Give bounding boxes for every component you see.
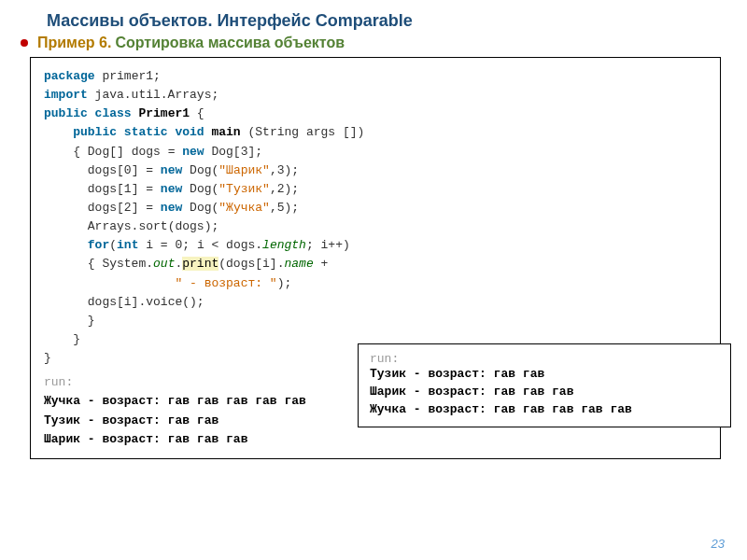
- run-label-inner: run:: [370, 352, 719, 366]
- page-number: 23: [712, 537, 725, 551]
- outer-out-3: Шарик - возраст: гав гав гав: [44, 430, 709, 449]
- code-block: package primer1; import java.util.Arrays…: [30, 57, 721, 459]
- bullet-icon: [21, 39, 28, 47]
- output-overlay: run: Тузик - возраст: гав гав Шарик - во…: [358, 343, 731, 427]
- inner-out-1: Тузик - возраст: гав гав: [370, 366, 719, 384]
- inner-out-2: Шарик - возраст: гав гав гав: [370, 384, 719, 401]
- subtitle-row: Пример 6. Сортировка массива объектов: [19, 35, 728, 51]
- example-desc: Сортировка массива объектов: [115, 35, 345, 51]
- slide-title: Массивы объектов. Интерфейс Comparable: [47, 11, 728, 31]
- example-label: Пример 6.: [37, 35, 111, 51]
- inner-out-3: Жучка - возраст: гав гав гав гав гав: [370, 401, 719, 419]
